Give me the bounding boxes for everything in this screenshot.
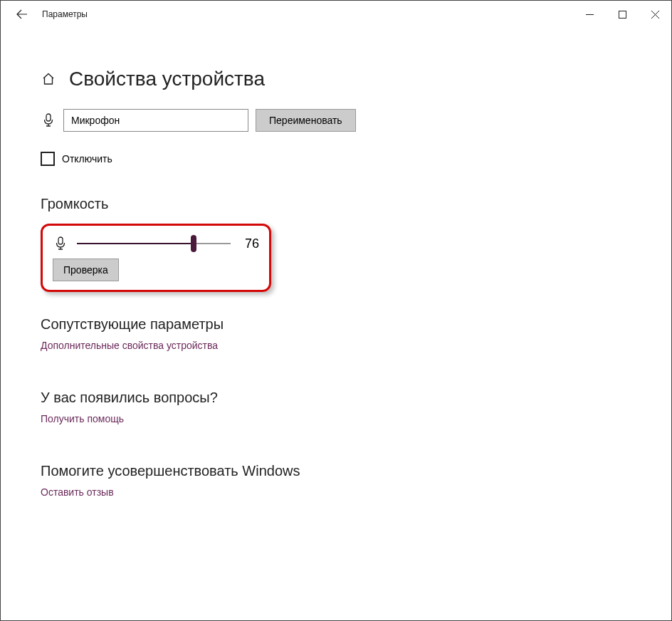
svg-rect-2 bbox=[58, 237, 63, 244]
settings-window: Параметры Свойства устройства Пе bbox=[0, 0, 672, 621]
related-title: Сопутствующие параметры bbox=[41, 316, 643, 333]
svg-rect-1 bbox=[46, 114, 51, 121]
get-help-link[interactable]: Получить помощь bbox=[41, 413, 643, 424]
leave-feedback-link[interactable]: Оставить отзыв bbox=[41, 486, 643, 498]
related-section: Сопутствующие параметры Дополнительные с… bbox=[41, 316, 643, 351]
volume-slider[interactable] bbox=[77, 236, 231, 251]
minimize-button[interactable] bbox=[573, 3, 606, 26]
close-button[interactable] bbox=[639, 3, 671, 26]
maximize-icon bbox=[619, 11, 626, 19]
disable-label: Отключить bbox=[62, 153, 112, 165]
slider-track-filled bbox=[77, 243, 194, 244]
maximize-button[interactable] bbox=[606, 3, 639, 26]
disable-checkbox[interactable] bbox=[41, 152, 55, 166]
volume-callout: 76 Проверка bbox=[41, 224, 271, 292]
volume-heading: Громкость bbox=[41, 196, 643, 212]
volume-value: 76 bbox=[239, 236, 259, 251]
volume-icon bbox=[53, 236, 68, 251]
volume-slider-row: 76 bbox=[53, 236, 259, 251]
microphone-icon bbox=[43, 113, 54, 127]
back-button[interactable] bbox=[6, 1, 38, 27]
disable-row: Отключить bbox=[41, 152, 643, 166]
help-title: У вас появились вопросы? bbox=[41, 390, 643, 406]
additional-device-properties-link[interactable]: Дополнительные свойства устройства bbox=[41, 340, 643, 351]
arrow-left-icon bbox=[16, 9, 28, 20]
feedback-title: Помогите усовершенствовать Windows bbox=[41, 463, 643, 479]
window-controls bbox=[573, 3, 671, 26]
titlebar: Параметры bbox=[1, 1, 671, 28]
slider-track-empty bbox=[194, 243, 231, 244]
test-button[interactable]: Проверка bbox=[53, 259, 119, 281]
page-header: Свойства устройства bbox=[41, 68, 643, 90]
rename-button[interactable]: Переименовать bbox=[256, 109, 356, 132]
page-title: Свойства устройства bbox=[69, 68, 265, 90]
minimize-icon bbox=[586, 11, 594, 19]
slider-thumb[interactable] bbox=[191, 235, 196, 252]
device-icon bbox=[41, 113, 56, 128]
feedback-section: Помогите усовершенствовать Windows Остав… bbox=[41, 463, 643, 498]
device-name-input[interactable] bbox=[63, 109, 248, 132]
home-icon bbox=[42, 73, 55, 85]
device-name-row: Переименовать bbox=[41, 109, 643, 132]
home-button[interactable] bbox=[41, 71, 56, 87]
window-title: Параметры bbox=[38, 9, 88, 19]
close-icon bbox=[651, 11, 659, 19]
content-area: Свойства устройства Переименовать Отключ… bbox=[1, 28, 671, 620]
help-section: У вас появились вопросы? Получить помощь bbox=[41, 390, 643, 424]
svg-rect-0 bbox=[619, 11, 626, 18]
microphone-icon bbox=[55, 236, 66, 251]
